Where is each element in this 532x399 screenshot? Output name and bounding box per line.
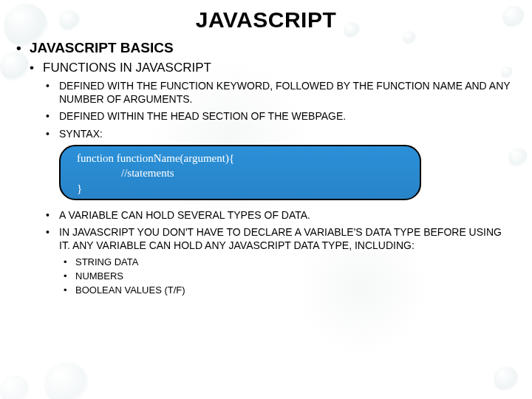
code-box: function functionName(argument){ //state… <box>59 145 421 200</box>
bullet-item: A VARIABLE CAN HOLD SEVERAL TYPES OF DAT… <box>46 209 511 222</box>
sub-bullet-item: BOOLEAN VALUES (T/F) <box>64 284 511 296</box>
code-line: function functionName(argument){ <box>77 151 403 166</box>
bubble-decoration <box>44 362 89 399</box>
code-line: //statements <box>77 166 403 180</box>
bubble-decoration <box>0 375 30 399</box>
heading-level1: JAVASCRIPT BASICS <box>16 40 511 56</box>
slide-content: JAVASCRIPT BASICS FUNCTIONS IN JAVASCRIP… <box>0 33 532 296</box>
bubble-decoration <box>494 366 519 392</box>
sub-bullet-item: NUMBERS <box>64 270 511 282</box>
bullet-item: SYNTAX: <box>46 128 511 141</box>
slide-title: JAVASCRIPT <box>0 0 532 33</box>
code-line: } <box>77 181 403 196</box>
sub-bullet-item: STRING DATA <box>64 256 511 267</box>
bullet-item: DEFINED WITHIN THE HEAD SECTION OF THE W… <box>46 110 511 123</box>
bullet-item: DEFINED WITH THE FUNCTION KEYWORD, FOLLO… <box>46 80 511 106</box>
heading-level2: FUNCTIONS IN JAVASCRIPT <box>30 61 511 75</box>
code-example: function functionName(argument){ //state… <box>59 145 511 200</box>
bullet-item: IN JAVASCRIPT YOU DON'T HAVE TO DECLARE … <box>46 226 511 252</box>
slide: JAVASCRIPT JAVASCRIPT BASICS FUNCTIONS I… <box>0 0 532 399</box>
